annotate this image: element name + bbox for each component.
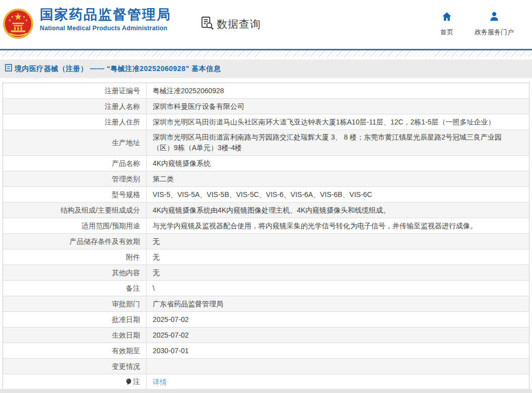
table-row: 产品名称4K内窥镜摄像系统 bbox=[3, 156, 529, 171]
table-row: 备注\ bbox=[3, 281, 529, 296]
home-label: 首页 bbox=[440, 28, 453, 37]
row-value: 4K内窥镜摄像系统 bbox=[147, 156, 529, 171]
row-label: 型号规格 bbox=[3, 187, 147, 203]
note-detail-link[interactable]: 详情 bbox=[153, 378, 167, 386]
row-value: 无 bbox=[147, 249, 529, 265]
row-label-note: 注 bbox=[3, 374, 147, 390]
page: 国家药品监督管理局 National Medical Products Admi… bbox=[0, 0, 532, 393]
site-header: 国家药品监督管理局 National Medical Products Admi… bbox=[0, 0, 532, 49]
table-row: 型号规格VIS-5、VIS-5A、VIS-5B、VIS-5C、VIS-6、VIS… bbox=[3, 187, 529, 203]
row-value bbox=[147, 359, 529, 374]
row-label: 附件 bbox=[3, 249, 147, 265]
row-label: 注 bbox=[133, 377, 140, 385]
data-query-label: 数据查询 bbox=[217, 17, 261, 31]
top-nav: 首页 政务服务门户 bbox=[440, 11, 522, 37]
row-label: 注册人住所 bbox=[3, 114, 147, 130]
table-row: 变更情况 bbox=[3, 359, 529, 374]
row-value: 深圳市光明区马田街道马山头社区南环大道飞亚达钟表大厦1栋A10层-11层、12C… bbox=[147, 114, 529, 130]
row-label: 有效期至 bbox=[3, 343, 147, 359]
row-value: 深圳市光明区马田街道富利南路与芳园路交汇处瑞辉大厦 3、 8 楼；东莞市黄江镇星… bbox=[147, 130, 529, 156]
table-row: 产品储存条件及有效期无 bbox=[3, 234, 529, 249]
breadcrumb: 境内医疗器械（注册） —— “粤械注准20252060928” 基本信息 bbox=[0, 59, 532, 78]
table-row: 注册人住所深圳市光明区马田街道马山头社区南环大道飞亚达钟表大厦1栋A10层-11… bbox=[3, 114, 529, 130]
nav-home[interactable]: 首页 bbox=[440, 11, 453, 37]
row-value: 与光学内窥镜及监视器配合使用，将内窥镜采集的光学信号转化为电子信号，并传输至监视… bbox=[147, 218, 529, 234]
row-value: \ bbox=[147, 281, 529, 296]
table-row: 管理类别第二类 bbox=[3, 171, 529, 187]
row-value: 4K内窥镜摄像系统由4K内窥镜图像处理主机、4K内窥镜摄像头和线缆组成。 bbox=[147, 203, 529, 218]
row-label: 结构及组成/主要组成成分 bbox=[3, 203, 147, 218]
row-label: 备注 bbox=[3, 281, 147, 296]
row-label: 产品名称 bbox=[3, 156, 147, 171]
table-row: 附件无 bbox=[3, 249, 529, 265]
row-label: 生效日期 bbox=[3, 328, 147, 343]
data-query-nav[interactable]: 数据查询 bbox=[201, 16, 261, 32]
document-search-icon bbox=[201, 16, 214, 32]
page-bottom-strip bbox=[0, 389, 532, 393]
national-emblem-logo bbox=[3, 8, 34, 39]
nav-portal[interactable]: 政务服务门户 bbox=[475, 11, 514, 37]
breadcrumb-title: 境内医疗器械（注册） —— “粤械注准20252060928” 基本信息 bbox=[15, 64, 221, 74]
table-row: 生效日期2025-07-02 bbox=[3, 328, 529, 343]
row-label: 批准日期 bbox=[3, 312, 147, 328]
row-label: 其他内容 bbox=[3, 265, 147, 281]
row-value: 无 bbox=[147, 265, 529, 281]
row-value: 第二类 bbox=[147, 171, 529, 187]
table-row: 注 详情 bbox=[3, 374, 529, 390]
row-value: 广东省药品监督管理局 bbox=[147, 296, 529, 312]
note-pin-icon bbox=[126, 377, 131, 388]
table-row: 有效期至2030-07-01 bbox=[3, 343, 529, 359]
row-label: 变更情况 bbox=[3, 359, 147, 374]
row-label: 审批部门 bbox=[3, 296, 147, 312]
table-row: 生产地址深圳市光明区马田街道富利南路与芳园路交汇处瑞辉大厦 3、 8 楼；东莞市… bbox=[3, 130, 529, 156]
table-row: 其他内容无 bbox=[3, 265, 529, 281]
list-icon bbox=[5, 64, 12, 74]
table-row: 注册证编号粤械注准20252060928 bbox=[3, 83, 529, 99]
row-value: 2030-07-01 bbox=[147, 343, 529, 359]
table-row: 结构及组成/主要组成成分4K内窥镜摄像系统由4K内窥镜图像处理主机、4K内窥镜摄… bbox=[3, 203, 529, 218]
row-label: 注册人名称 bbox=[3, 99, 147, 114]
row-value: 粤械注准20252060928 bbox=[147, 83, 529, 99]
row-value: 深圳市科曼医疗设备有限公司 bbox=[147, 99, 529, 114]
row-label: 管理类别 bbox=[3, 171, 147, 187]
portal-label: 政务服务门户 bbox=[475, 28, 514, 37]
registration-detail-table: 注册证编号粤械注准20252060928 注册人名称深圳市科曼医疗设备有限公司 … bbox=[3, 83, 529, 390]
agency-title: 国家药品监督管理局 bbox=[40, 7, 171, 23]
row-label: 适用范围/预期用途 bbox=[3, 218, 147, 234]
table-row: 适用范围/预期用途与光学内窥镜及监视器配合使用，将内窥镜采集的光学信号转化为电子… bbox=[3, 218, 529, 234]
row-value: 无 bbox=[147, 234, 529, 249]
row-label: 生产地址 bbox=[3, 130, 147, 156]
agency-subtitle: National Medical Products Administration bbox=[40, 25, 171, 32]
home-icon bbox=[441, 11, 452, 24]
table-row: 批准日期2025-07-02 bbox=[3, 312, 529, 328]
row-label: 注册证编号 bbox=[3, 83, 147, 99]
row-value: 2025-07-02 bbox=[147, 328, 529, 343]
row-value: VIS-5、VIS-5A、VIS-5B、VIS-5C、VIS-6、VIS-6A、… bbox=[147, 187, 529, 203]
row-label: 产品储存条件及有效期 bbox=[3, 234, 147, 249]
hatched-divider bbox=[0, 50, 532, 57]
person-icon bbox=[489, 11, 500, 24]
table-row: 审批部门广东省药品监督管理局 bbox=[3, 296, 529, 312]
table-row: 注册人名称深圳市科曼医疗设备有限公司 bbox=[3, 99, 529, 114]
brand-block: 国家药品监督管理局 National Medical Products Admi… bbox=[40, 7, 171, 32]
row-value: 2025-07-02 bbox=[147, 312, 529, 328]
